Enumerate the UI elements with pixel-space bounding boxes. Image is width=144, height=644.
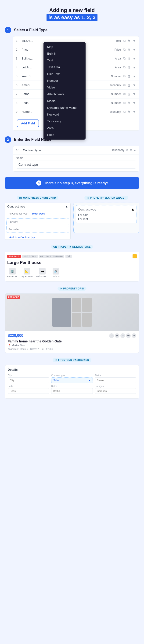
- delete-icon[interactable]: 🗑: [127, 65, 131, 70]
- delete-icon[interactable]: 🗑: [127, 56, 131, 61]
- compare-icon[interactable]: ⇄: [115, 333, 119, 338]
- search-widget-chevron[interactable]: ▲: [131, 207, 135, 212]
- chevron-down-icon[interactable]: ▼: [132, 48, 136, 52]
- fd-field: Beds: [8, 385, 49, 394]
- field-actions[interactable]: ⧉ 🗑 ▼: [123, 83, 136, 88]
- more-icon[interactable]: •••: [132, 333, 136, 338]
- baths-icon: 🚿: [53, 268, 59, 274]
- copy-icon[interactable]: ⧉: [123, 74, 126, 79]
- tab-most-used[interactable]: Most Used: [31, 212, 47, 216]
- chevron-down-icon[interactable]: ▼: [132, 83, 136, 88]
- dropdown-item-builtin[interactable]: Built-in: [44, 50, 86, 57]
- chevron-down-icon[interactable]: ▼: [132, 38, 136, 43]
- baths-input[interactable]: [51, 388, 93, 394]
- delete-icon[interactable]: 🗑: [129, 148, 132, 152]
- dropdown-item-text[interactable]: Text: [44, 57, 86, 64]
- field-edit-actions[interactable]: ⧉ 🗑 ▲: [126, 148, 136, 152]
- prop-icon-label: Sq. Ft: 1700: [21, 275, 33, 278]
- badge-sale: FOR SALE: [7, 255, 21, 258]
- step3-text: There's no step 3, everything is ready!: [44, 181, 108, 185]
- like-icon[interactable]: ♡: [109, 333, 114, 338]
- frontend-dashboard-section: IN FRONTEND DASHBOARD Details City Contr…: [5, 358, 139, 399]
- copy-icon[interactable]: ⧉: [123, 47, 126, 52]
- garages-input[interactable]: [95, 388, 136, 394]
- dropdown-item-keyword[interactable]: Keyword: [44, 111, 86, 118]
- chevron-down-icon[interactable]: ▼: [132, 56, 136, 61]
- contract-widget-chevron[interactable]: ▲: [65, 205, 68, 208]
- delete-icon[interactable]: 🗑: [127, 38, 131, 43]
- dropdown-item-dynamic[interactable]: Dynamic Name-Value: [44, 104, 86, 111]
- step3-badge: 3: [36, 180, 41, 186]
- chevron-down-icon[interactable]: ▼: [132, 100, 136, 105]
- add-field-button[interactable]: Add Field: [17, 120, 39, 127]
- delete-icon[interactable]: 🗑: [127, 74, 131, 79]
- dropdown-item-number[interactable]: Number: [44, 77, 86, 84]
- dropdown-item-map[interactable]: Map: [44, 44, 86, 50]
- share-icon[interactable]: ↗: [120, 333, 125, 338]
- badge-gray: UNIT DETAIL: [22, 255, 38, 258]
- copy-icon[interactable]: ⧉: [123, 65, 126, 70]
- copy-icon[interactable]: ⧉: [123, 92, 126, 96]
- dropdown-item-price[interactable]: Price: [44, 132, 86, 138]
- dropdown-item-taxonomy[interactable]: Taxonomy: [44, 118, 86, 125]
- property-grid-label-badge: IN PROPERTY GRID: [58, 287, 86, 290]
- chevron-down-icon[interactable]: ▼: [132, 74, 136, 79]
- delete-icon[interactable]: 🗑: [127, 110, 131, 114]
- chevron-down-icon[interactable]: ▼: [132, 65, 136, 70]
- dropdown-item-video[interactable]: Video: [44, 84, 86, 91]
- chevron-up-icon[interactable]: ▲: [133, 148, 136, 152]
- field-actions[interactable]: ⧉ 🗑 ▼: [123, 74, 136, 79]
- add-new-contract-link[interactable]: + Add New Contract type: [5, 235, 70, 240]
- eye-icon[interactable]: 👁: [126, 333, 131, 338]
- copy-icon[interactable]: ⧉: [123, 83, 126, 88]
- row-num: 3: [16, 57, 22, 60]
- field-actions[interactable]: ⧉ 🗑 ▼: [123, 65, 136, 70]
- dropdown-item-attachments[interactable]: Attachments: [44, 91, 86, 98]
- fd-title: Details: [8, 368, 136, 371]
- dropdown-item-textarea[interactable]: Text Area: [44, 64, 86, 70]
- copy-icon[interactable]: ⧉: [123, 100, 126, 105]
- dropdown-item-area[interactable]: Area: [44, 125, 86, 132]
- beds-input[interactable]: [8, 388, 49, 394]
- contract-type-select[interactable]: Select ▼: [51, 378, 93, 383]
- field-type-dropdown[interactable]: Map Built-in Text Text Area Rich Text Nu…: [44, 42, 86, 140]
- copy-icon[interactable]: ⧉: [126, 148, 128, 152]
- list-item: For sale: [78, 213, 135, 217]
- field-actions[interactable]: ⧉ 🗑 ▼: [123, 100, 136, 105]
- status-input[interactable]: [95, 378, 136, 383]
- field-type: Area: [115, 57, 121, 60]
- property-details-label: ON PROPERTY DETAILS PAGE: [5, 244, 139, 249]
- copy-icon[interactable]: ⧉: [123, 109, 126, 114]
- contract-widget-title: Contract type: [7, 205, 25, 208]
- fd-label: Garages: [95, 385, 136, 388]
- field-actions[interactable]: ⧉ 🗑 ▼: [123, 47, 136, 52]
- wordpress-label: IN WORDPRESS DASHBOARD: [5, 195, 71, 200]
- delete-icon[interactable]: 🗑: [127, 48, 131, 52]
- tab-all[interactable]: All Contract type: [7, 212, 29, 216]
- copy-icon[interactable]: ⧉: [123, 38, 126, 43]
- prop-icon-item: 🛏 Bedrooms: 3: [36, 268, 48, 278]
- field-table: 1 MLS/S... Text ⧉ 🗑 ▼ 2 Price Price ⧉: [13, 36, 139, 131]
- chevron-down-icon[interactable]: ▼: [132, 110, 136, 114]
- field-actions[interactable]: ⧉ 🗑 ▼: [123, 38, 136, 43]
- dropdown-item-richtext[interactable]: Rich Text: [44, 70, 86, 77]
- yellow-badge: [132, 254, 137, 258]
- field-actions[interactable]: ⧉ 🗑 ▼: [123, 109, 136, 114]
- delete-icon[interactable]: 🗑: [127, 92, 131, 96]
- dropdown-item-media[interactable]: Media: [44, 98, 86, 104]
- field-edit-num: 10: [16, 148, 23, 152]
- delete-icon[interactable]: 🗑: [127, 83, 131, 88]
- search-widget-header: Contract type ▲: [78, 207, 135, 212]
- city-input[interactable]: [8, 378, 49, 383]
- chevron-down-icon[interactable]: ▼: [132, 92, 136, 96]
- copy-icon[interactable]: ⧉: [123, 56, 126, 61]
- field-actions[interactable]: ⧉ 🗑 ▼: [123, 92, 136, 96]
- fd-field: Garages: [95, 385, 136, 394]
- delete-icon[interactable]: 🗑: [127, 100, 131, 105]
- name-input[interactable]: [16, 160, 136, 168]
- property-grid-image: FOR SALE: [5, 294, 139, 331]
- property-grid-info: $230,000 ♡ ⇄ ↗ 👁 ••• Family home near th…: [5, 331, 139, 353]
- meta-beds: Beds: 2: [20, 348, 28, 350]
- chevron-down-icon: ▼: [88, 379, 91, 382]
- field-actions[interactable]: ⧉ 🗑 ▼: [123, 56, 136, 61]
